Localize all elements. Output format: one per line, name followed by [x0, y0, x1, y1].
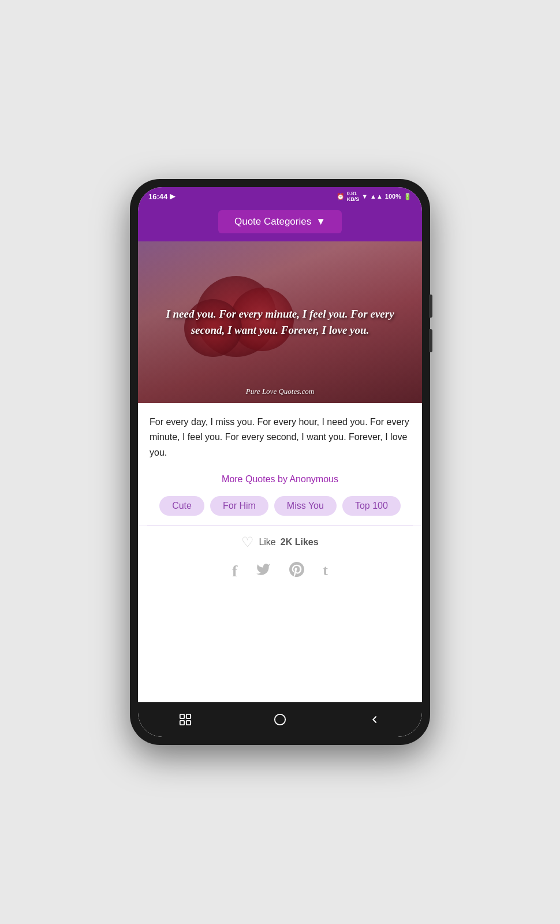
quote-image-text: I need you. For every minute, I feel you…	[150, 306, 410, 339]
watermark: Pure Love Quotes.com	[138, 387, 422, 396]
status-bar: 16:44 ▶ ⏰ 0.81KB/S ▼ ▲▲ 100% 🔋	[138, 187, 422, 206]
phone-frame: 16:44 ▶ ⏰ 0.81KB/S ▼ ▲▲ 100% 🔋 Quote Cat…	[130, 179, 430, 745]
tag-top-100[interactable]: Top 100	[342, 496, 401, 516]
app-header: Quote Categories ▼	[138, 206, 422, 241]
battery-icon: 🔋	[404, 193, 412, 200]
heart-icon: ♡	[241, 534, 254, 550]
location-icon: ▶	[170, 192, 175, 200]
battery-display: 100%	[385, 193, 401, 200]
tag-cute[interactable]: Cute	[159, 496, 204, 516]
tags-container: Cute For Him Miss You Top 100	[138, 490, 422, 525]
svg-rect-0	[180, 714, 184, 718]
twitter-share-button[interactable]	[256, 562, 271, 581]
dropdown-icon: ▼	[316, 216, 326, 228]
tag-top-100-label: Top 100	[355, 501, 388, 511]
volume-down-button[interactable]	[429, 329, 432, 352]
status-right: ⏰ 0.81KB/S ▼ ▲▲ 100% 🔋	[337, 191, 412, 202]
time-display: 16:44	[148, 192, 167, 201]
svg-point-4	[275, 714, 285, 725]
bottom-nav-bar	[138, 702, 422, 737]
wifi-icon: ▼	[361, 193, 368, 200]
quote-body: For every day, I miss you. For every hou…	[138, 403, 422, 466]
tag-for-him-label: For Him	[223, 501, 256, 511]
nav-home-button[interactable]	[267, 707, 293, 732]
signal-icon: ▲▲	[370, 193, 383, 200]
tumblr-share-button[interactable]: t	[323, 562, 328, 581]
phone-screen: 16:44 ▶ ⏰ 0.81KB/S ▼ ▲▲ 100% 🔋 Quote Cat…	[138, 187, 422, 737]
nav-back-button[interactable]	[362, 707, 387, 732]
tag-miss-you-label: Miss You	[287, 501, 324, 511]
quote-image-background: I need you. For every minute, I feel you…	[138, 241, 422, 403]
quote-image-container: I need you. For every minute, I feel you…	[138, 241, 422, 403]
quote-text-overlay: I need you. For every minute, I feel you…	[138, 241, 422, 403]
like-count: 2K Likes	[281, 537, 319, 547]
quote-text: For every day, I miss you. For every hou…	[150, 415, 410, 460]
main-content: I need you. For every minute, I feel you…	[138, 241, 422, 702]
svg-rect-3	[186, 721, 191, 725]
nav-recents-button[interactable]	[173, 707, 198, 732]
tag-cute-label: Cute	[172, 501, 192, 511]
quote-categories-label: Quote Categories	[234, 216, 311, 228]
quote-categories-button[interactable]: Quote Categories ▼	[218, 210, 342, 233]
status-left: 16:44 ▶	[148, 192, 175, 201]
speed-display: 0.81KB/S	[347, 191, 360, 202]
tag-miss-you[interactable]: Miss You	[274, 496, 337, 516]
like-section: ♡ Like 2K Likes	[138, 526, 422, 556]
like-label: Like	[259, 537, 275, 547]
volume-up-button[interactable]	[429, 295, 432, 318]
alarm-icon: ⏰	[337, 193, 345, 200]
pinterest-share-button[interactable]	[289, 562, 304, 581]
tag-for-him[interactable]: For Him	[210, 496, 268, 516]
social-share-row: f t	[138, 556, 422, 593]
svg-rect-1	[186, 714, 191, 718]
svg-rect-2	[180, 721, 184, 725]
more-quotes-link[interactable]: More Quotes by Anonymous	[138, 466, 422, 490]
facebook-share-button[interactable]: f	[232, 562, 237, 581]
